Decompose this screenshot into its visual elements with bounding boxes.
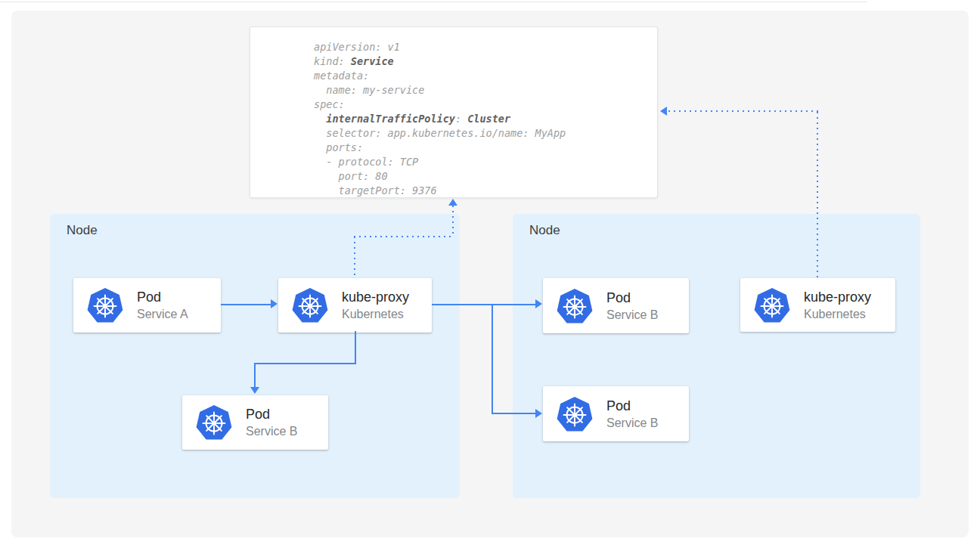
yaml-text: apiVersion: v1 (314, 41, 400, 53)
arrow-line-to-right-pod-lower (492, 413, 535, 414)
yaml-line-selector: selector: app.kubernetes.io/name: MyApp (314, 126, 650, 141)
dotted-line-left-to-yaml (452, 206, 454, 236)
yaml-text: - protocol: TCP (314, 156, 418, 168)
kubernetes-wheel-icon (556, 287, 594, 325)
card-title: kube-proxy (342, 288, 409, 306)
yaml-line-kind: kind: Service (314, 54, 650, 69)
kube-proxy-card-right: kube-proxy Kubernetes (740, 278, 895, 332)
card-subtitle: Service B (246, 423, 297, 440)
arrow-line-branch-vertical (492, 304, 493, 414)
card-title: Pod (137, 288, 188, 306)
yaml-line-internaltrafficpolicy: internalTrafficPolicy: Cluster (314, 112, 650, 126)
yaml-line-port: port: 80 (314, 169, 650, 184)
yaml-text: port: 80 (314, 170, 388, 182)
yaml-text: targetPort: 9376 (314, 184, 437, 197)
node-right: Node (513, 214, 920, 498)
arrowhead-right-to-yaml (660, 107, 667, 116)
kubernetes-wheel-icon (753, 286, 791, 324)
yaml-text-bold: internalTrafficPolicy (326, 113, 455, 125)
yaml-text: : (455, 113, 467, 125)
kubernetes-wheel-icon (86, 286, 124, 324)
card-title: Pod (246, 405, 297, 423)
yaml-line-spec: spec: (314, 98, 650, 112)
card-text: Pod Service B (606, 397, 658, 432)
card-text: kube-proxy Kubernetes (342, 288, 409, 323)
card-subtitle: Service B (606, 307, 658, 323)
yaml-text: selector: app.kubernetes.io/name: MyApp (314, 127, 566, 139)
card-subtitle: Service B (606, 415, 658, 432)
arrowhead-left-to-yaml (448, 199, 457, 206)
pod-card-service-a: Pod Service A (73, 278, 221, 333)
arrowhead-poda-to-kubeproxy (271, 299, 278, 308)
yaml-line-apiversion: apiVersion: v1 (314, 40, 650, 54)
pod-card-service-b-right-upper: Pod Service B (543, 278, 689, 333)
yaml-text: spec: (314, 98, 345, 110)
node-right-label: Node (529, 223, 560, 238)
yaml-line-metadata: metadata: (314, 69, 650, 83)
arrowhead-right-pod-lower (535, 409, 542, 418)
card-text: Pod Service B (246, 405, 297, 440)
arrow-line-kubeproxy-to-right-pod-upper (432, 304, 535, 305)
yaml-text: metadata: (314, 70, 369, 82)
dotted-line-right-kubeproxy-up (817, 112, 818, 277)
yaml-line-name: name: my-service (314, 83, 650, 98)
dotted-line-left-kubeproxy-up (354, 237, 355, 278)
kubernetes-wheel-icon (195, 404, 233, 441)
arrow-line-to-left-pod-b (254, 363, 256, 387)
dotted-line-right-horizontal (668, 110, 818, 112)
arrow-line-kubeproxy-left (254, 363, 356, 364)
yaml-line-protocol: - protocol: TCP (314, 155, 650, 169)
yaml-text: name: my-service (314, 84, 424, 96)
card-subtitle: Kubernetes (804, 306, 871, 323)
yaml-text: kind: (314, 55, 351, 67)
pod-card-service-b-right-lower: Pod Service B (543, 386, 689, 441)
arrowhead-left-pod-b (250, 387, 259, 394)
card-text: Pod Service B (606, 289, 658, 323)
yaml-text: ports: (314, 141, 363, 153)
kubernetes-wheel-icon (291, 286, 329, 324)
card-title: Pod (606, 289, 658, 307)
kubernetes-wheel-icon (556, 395, 594, 433)
card-subtitle: Service A (137, 306, 188, 323)
yaml-text (314, 113, 326, 125)
node-left: Node (50, 214, 460, 498)
yaml-line-targetport: targetPort: 9376 (314, 184, 650, 198)
card-title: kube-proxy (804, 288, 871, 306)
card-text: Pod Service A (137, 288, 188, 323)
arrow-line-poda-to-kubeproxy (221, 304, 271, 305)
dotted-line-left-horizontal (354, 236, 454, 237)
arrowhead-right-pod-upper (535, 299, 542, 308)
yaml-text-bold: Cluster (467, 113, 510, 125)
pod-card-service-b-left: Pod Service B (182, 395, 328, 450)
arrow-line-kubeproxy-down (355, 331, 356, 364)
top-divider (0, 2, 867, 2)
yaml-line-ports: ports: (314, 141, 650, 155)
kube-proxy-card-left: kube-proxy Kubernetes (278, 278, 432, 333)
node-left-label: Node (67, 223, 98, 238)
card-text: kube-proxy Kubernetes (804, 288, 871, 323)
card-subtitle: Kubernetes (342, 306, 409, 323)
yaml-text-bold: Service (351, 55, 394, 67)
service-yaml-panel: apiVersion: v1 kind: Service metadata: n… (250, 26, 658, 198)
card-title: Pod (606, 397, 658, 415)
